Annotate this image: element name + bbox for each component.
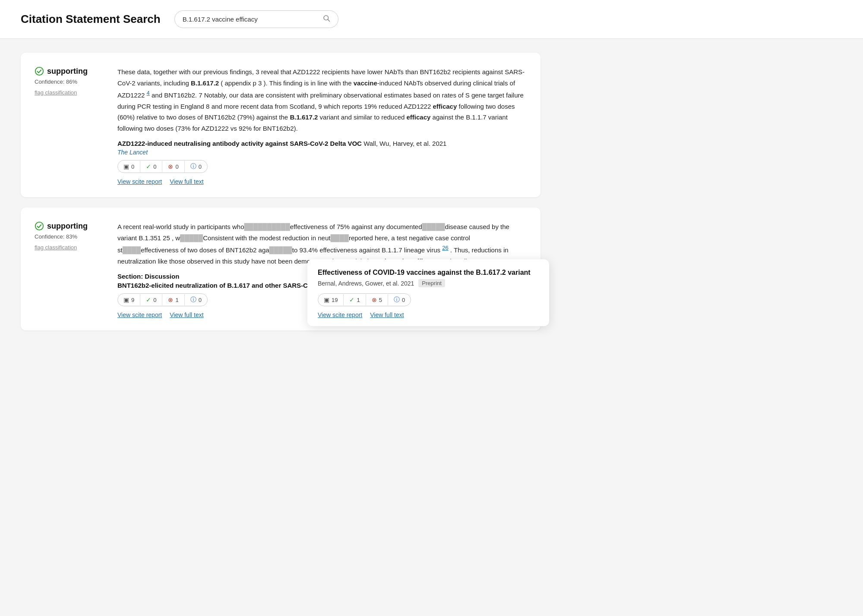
doc-icon-1: ▣ [123,163,129,170]
search-input[interactable] [183,16,318,23]
question-count-icon-1: ⓘ [190,163,196,170]
popup-meta: Bernal, Andrews, Gower, et al. 2021 Prep… [318,279,539,287]
classification-label-1: supporting [35,66,104,76]
count-total-1: ▣ 0 [118,161,140,172]
confidence-2: Confidence: 83% [35,233,104,240]
popup-action-links: View scite report View full text [318,311,539,318]
search-icon [322,14,330,24]
popup-title: Effectiveness of COVID-19 vaccines again… [318,269,539,277]
supporting-icon-1 [35,66,44,76]
popup-question-icon: ⓘ [394,296,400,304]
confidence-1: Confidence: 86% [35,79,104,85]
classification-text-2: supporting [47,222,88,231]
popup-card: Effectiveness of COVID-19 vaccines again… [307,259,549,326]
svg-point-3 [35,222,43,230]
result-card-2: supporting Confidence: 83% flag classifi… [21,207,541,330]
counts-bar-1: ▣ 0 ✓ 0 ⊗ 0 ⓘ 0 [117,160,208,173]
popup-count-supporting: ✓ 1 [344,294,366,305]
header: Citation Statement Search [0,0,863,39]
popup-view-full-text[interactable]: View full text [370,311,404,318]
view-full-text-1[interactable]: View full text [170,178,203,185]
popup-count-contrasting: ⊗ 5 [366,294,388,305]
classification-text-1: supporting [47,67,88,76]
cross-count-icon-2: ⊗ [168,296,173,303]
result-right-1: These data, together with our previous f… [117,66,527,185]
result-left-1: supporting Confidence: 86% flag classifi… [35,66,104,185]
popup-check-icon: ✓ [349,296,354,303]
popup-cross-icon: ⊗ [372,296,377,303]
count-supporting-1: ✓ 0 [140,161,162,172]
classification-label-2: supporting [35,221,104,231]
view-scite-1[interactable]: View scite report [117,178,162,185]
popup-counts-bar: ▣ 19 ✓ 1 ⊗ 5 ⓘ 0 [318,293,411,306]
preprint-badge: Preprint [418,279,445,287]
supporting-icon-2 [35,221,44,231]
popup-view-scite[interactable]: View scite report [318,311,362,318]
svg-line-1 [328,19,329,21]
popup-count-mentioning: ⓘ 0 [388,294,411,306]
counts-bar-2: ▣ 9 ✓ 0 ⊗ 1 ⓘ 0 [117,293,208,306]
check-count-icon-1: ✓ [146,163,151,170]
flag-classification-1[interactable]: flag classification [35,89,77,96]
action-links-1: View scite report View full text [117,178,527,185]
ref-link-26[interactable]: 26 [442,245,448,251]
question-count-icon-2: ⓘ [190,296,196,304]
view-scite-2[interactable]: View scite report [117,311,162,318]
paper-source-1[interactable]: The Lancet [117,149,527,156]
doc-icon-2: ▣ [123,296,129,303]
result-left-2: supporting Confidence: 83% flag classifi… [35,221,104,318]
popup-doc-icon: ▣ [324,296,329,303]
svg-point-2 [35,67,43,75]
count-supporting-2: ✓ 0 [140,294,162,305]
count-contrasting-1: ⊗ 0 [162,161,184,172]
cross-count-icon-1: ⊗ [168,163,173,170]
popup-authors: Bernal, Andrews, Gower, et al. 2021 [318,280,414,287]
flag-classification-2[interactable]: flag classification [35,244,77,251]
count-contrasting-2: ⊗ 1 [162,294,184,305]
paper-title-1: AZD1222-induced neutralising antibody ac… [117,140,527,147]
view-full-text-2[interactable]: View full text [170,311,203,318]
main-content: supporting Confidence: 86% flag classifi… [0,39,561,355]
count-mentioning-2: ⓘ 0 [185,294,207,306]
count-total-2: ▣ 9 [118,294,140,305]
count-mentioning-1: ⓘ 0 [185,160,207,173]
search-bar [174,10,338,28]
ref-link-4[interactable]: 4 [147,90,150,96]
citation-body-1: These data, together with our previous f… [117,66,527,134]
app-title: Citation Statement Search [21,13,161,26]
result-card-1: supporting Confidence: 86% flag classifi… [21,53,541,197]
popup-count-total: ▣ 19 [318,294,344,305]
check-count-icon-2: ✓ [146,296,151,303]
